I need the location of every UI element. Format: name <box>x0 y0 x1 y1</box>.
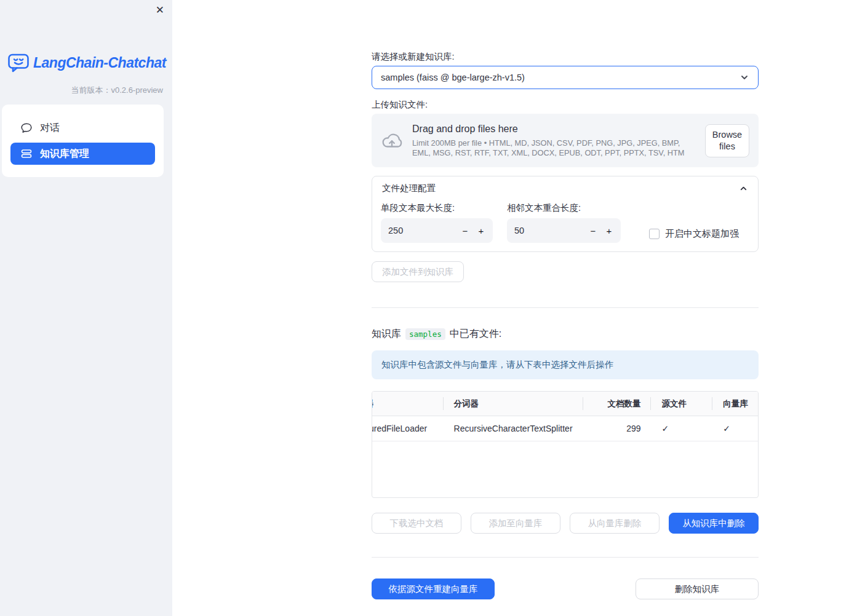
delete-from-vectorstore-button[interactable]: 从向量库删除 <box>570 513 660 534</box>
decrement-button[interactable]: − <box>457 221 473 240</box>
dropzone-texts: Drag and drop files here Limit 200MB per… <box>412 124 705 158</box>
chat-bubble-icon <box>20 122 33 134</box>
sidebar: ✕ LangChain-Chatchat 当前版本：v0.2.6-preview… <box>0 0 172 616</box>
increment-button[interactable]: + <box>601 221 617 240</box>
kb-files-prefix: 知识库 <box>372 328 401 341</box>
add-files-to-kb-button[interactable]: 添加文件到知识库 <box>372 261 464 282</box>
max-length-field: 单段文本最大长度: 250 − + <box>381 202 493 243</box>
chatchat-smiley-bubble-icon <box>7 53 30 73</box>
browse-files-button[interactable]: Browse files <box>705 124 749 157</box>
overlap-value[interactable]: 50 <box>514 226 585 235</box>
cell-loader: uredFileLoader <box>372 424 443 433</box>
chevron-down-icon <box>739 73 749 82</box>
cell-splitter: RecursiveCharacterTextSplitter <box>443 424 583 433</box>
table-header-splitter: 分词器 <box>443 392 583 416</box>
zh-title-enhance-label: 开启中文标题加强 <box>665 228 739 240</box>
dropzone-hint: Limit 200MB per file • HTML, MD, JSON, C… <box>412 138 699 158</box>
cell-vector-store-check: ✓ <box>712 424 758 433</box>
chevron-up-icon <box>739 184 748 193</box>
kb-select-value: samples (faiss @ bge-large-zh-v1.5) <box>381 73 525 82</box>
divider <box>372 557 759 558</box>
divider <box>372 307 759 308</box>
sidebar-item-label: 知识库管理 <box>40 148 89 160</box>
download-selected-button[interactable]: 下载选中文档 <box>372 513 461 534</box>
overlap-field: 相邻文本重合长度: 50 − + <box>507 202 621 243</box>
kb-select[interactable]: samples (faiss @ bge-large-zh-v1.5) <box>372 66 759 89</box>
cell-doc-count: 299 <box>583 424 650 433</box>
app-logo: LangChain-Chatchat <box>7 53 166 73</box>
file-actions-row: 下载选中文档 添加至向量库 从向量库删除 从知识库中删除 <box>372 513 759 534</box>
main-area: 请选择或新建知识库: samples (faiss @ bge-large-zh… <box>172 0 849 616</box>
content-column: 请选择或新建知识库: samples (faiss @ bge-large-zh… <box>372 0 759 599</box>
table-row[interactable]: uredFileLoader RecursiveCharacterTextSpl… <box>372 416 758 441</box>
kb-files-heading: 知识库 samples 中已有文件: <box>372 328 759 340</box>
kb-select-label: 请选择或新建知识库: <box>372 51 759 61</box>
info-banner: 知识库中包含源文件与向量库，请从下表中选择文件后操作 <box>372 350 759 379</box>
expander-body: 单段文本最大长度: 250 − + 相邻文本重合长度: 50 − + <box>372 200 758 251</box>
expander-title: 文件处理配置 <box>382 183 436 194</box>
app-logo-text: LangChain-Chatchat <box>33 55 166 71</box>
max-length-input[interactable]: 250 − + <box>381 218 493 243</box>
version-value: v0.2.6-preview <box>111 85 163 95</box>
expander-header[interactable]: 文件处理配置 <box>372 176 758 200</box>
dropzone-title: Drag and drop files here <box>412 124 699 135</box>
version-text: 当前版本：v0.2.6-preview <box>71 85 163 96</box>
delete-kb-button[interactable]: 删除知识库 <box>636 578 759 599</box>
overlap-label: 相邻文本重合长度: <box>507 202 621 213</box>
sidebar-item-kb-management[interactable]: 知识库管理 <box>10 143 155 165</box>
cell-source-file-check: ✓ <box>650 424 712 433</box>
add-to-vectorstore-button[interactable]: 添加至向量库 <box>471 513 560 534</box>
close-sidebar-icon[interactable]: ✕ <box>156 4 164 17</box>
decrement-button[interactable]: − <box>585 221 601 240</box>
kb-name-badge: samples <box>405 328 445 340</box>
increment-button[interactable]: + <box>473 221 489 240</box>
table-header-loader-clipped: 器 <box>372 392 443 416</box>
version-label: 当前版本： <box>71 85 111 95</box>
table-header-doc-count: 文档数量 <box>583 392 650 416</box>
kb-files-table[interactable]: 器 分词器 文档数量 源文件 向量库 uredFileLoader Recurs… <box>372 391 759 498</box>
upload-label: 上传知识文件: <box>372 99 759 109</box>
max-length-label: 单段文本最大长度: <box>381 202 493 213</box>
kb-actions-row: 依据源文件重建向量库 删除知识库 <box>372 578 759 599</box>
sidebar-item-label: 对话 <box>40 122 60 135</box>
file-config-expander: 文件处理配置 单段文本最大长度: 250 − + 相邻文 <box>372 176 759 252</box>
sidebar-item-dialogue[interactable]: 对话 <box>10 117 155 139</box>
table-header-source-file: 源文件 <box>650 392 712 416</box>
rebuild-vectorstore-button[interactable]: 依据源文件重建向量库 <box>372 578 495 599</box>
zh-title-enhance-group: 开启中文标题加强 <box>649 225 739 243</box>
delete-from-kb-button[interactable]: 从知识库中删除 <box>669 513 759 534</box>
max-length-value[interactable]: 250 <box>388 226 457 235</box>
sidebar-menu: 对话 知识库管理 <box>2 105 164 177</box>
table-header-row: 器 分词器 文档数量 源文件 向量库 <box>372 392 758 416</box>
overlap-input[interactable]: 50 − + <box>507 218 621 243</box>
kb-list-icon <box>20 148 33 160</box>
cloud-upload-icon <box>381 132 403 150</box>
zh-title-enhance-checkbox[interactable] <box>649 229 660 239</box>
info-banner-text: 知识库中包含源文件与向量库，请从下表中选择文件后操作 <box>381 359 613 371</box>
table-header-vector-store: 向量库 <box>712 392 758 416</box>
file-dropzone[interactable]: Drag and drop files here Limit 200MB per… <box>372 114 759 167</box>
kb-files-suffix: 中已有文件: <box>450 328 501 341</box>
